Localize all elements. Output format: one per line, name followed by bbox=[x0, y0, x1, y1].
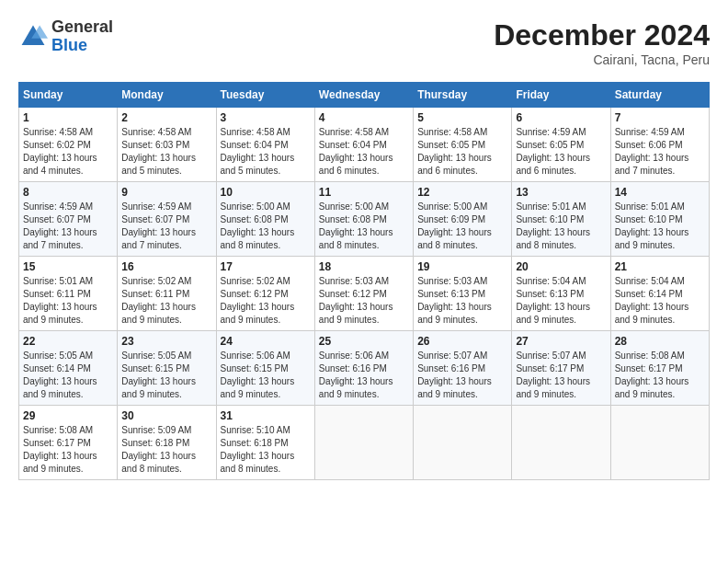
table-row: 15 Sunrise: 5:01 AMSunset: 6:11 PMDaylig… bbox=[19, 257, 118, 331]
logo: General Blue bbox=[18, 18, 113, 55]
table-row: 6 Sunrise: 4:59 AMSunset: 6:05 PMDayligh… bbox=[512, 108, 610, 182]
table-row: 3 Sunrise: 4:58 AMSunset: 6:04 PMDayligh… bbox=[216, 108, 314, 182]
week-row: 8 Sunrise: 4:59 AMSunset: 6:07 PMDayligh… bbox=[19, 182, 710, 257]
title-block: December 2024 Cairani, Tacna, Peru bbox=[494, 18, 710, 67]
table-row: 28 Sunrise: 5:08 AMSunset: 6:17 PMDaylig… bbox=[610, 331, 709, 406]
table-row: 23 Sunrise: 5:05 AMSunset: 6:15 PMDaylig… bbox=[118, 331, 216, 406]
table-row: 17 Sunrise: 5:02 AMSunset: 6:12 PMDaylig… bbox=[216, 257, 314, 331]
table-row: 9 Sunrise: 4:59 AMSunset: 6:07 PMDayligh… bbox=[118, 182, 216, 257]
table-row: 1 Sunrise: 4:58 AMSunset: 6:02 PMDayligh… bbox=[19, 108, 118, 182]
table-row: 13 Sunrise: 5:01 AMSunset: 6:10 PMDaylig… bbox=[512, 182, 610, 257]
table-row: 10 Sunrise: 5:00 AMSunset: 6:08 PMDaylig… bbox=[216, 182, 314, 257]
col-wednesday: Wednesday bbox=[314, 83, 413, 108]
table-row: 20 Sunrise: 5:04 AMSunset: 6:13 PMDaylig… bbox=[512, 257, 610, 331]
table-row: 19 Sunrise: 5:03 AMSunset: 6:13 PMDaylig… bbox=[414, 257, 512, 331]
page-header: General Blue December 2024 Cairani, Tacn… bbox=[18, 18, 710, 67]
table-row: 14 Sunrise: 5:01 AMSunset: 6:10 PMDaylig… bbox=[610, 182, 709, 257]
table-row bbox=[414, 406, 512, 480]
table-row: 26 Sunrise: 5:07 AMSunset: 6:16 PMDaylig… bbox=[414, 331, 512, 406]
col-tuesday: Tuesday bbox=[216, 83, 314, 108]
logo-icon bbox=[18, 22, 48, 52]
col-saturday: Saturday bbox=[610, 83, 709, 108]
table-row: 29 Sunrise: 5:08 AMSunset: 6:17 PMDaylig… bbox=[19, 406, 118, 480]
table-row: 21 Sunrise: 5:04 AMSunset: 6:14 PMDaylig… bbox=[610, 257, 709, 331]
col-thursday: Thursday bbox=[414, 83, 512, 108]
logo-general-text: General bbox=[51, 17, 113, 36]
table-row: 18 Sunrise: 5:03 AMSunset: 6:12 PMDaylig… bbox=[314, 257, 413, 331]
table-row bbox=[512, 406, 610, 480]
col-sunday: Sunday bbox=[19, 83, 118, 108]
col-monday: Monday bbox=[118, 83, 216, 108]
calendar-header-row: Sunday Monday Tuesday Wednesday Thursday… bbox=[19, 83, 710, 108]
table-row: 12 Sunrise: 5:00 AMSunset: 6:09 PMDaylig… bbox=[414, 182, 512, 257]
week-row: 22 Sunrise: 5:05 AMSunset: 6:14 PMDaylig… bbox=[19, 331, 710, 406]
location: Cairani, Tacna, Peru bbox=[494, 52, 710, 67]
table-row: 22 Sunrise: 5:05 AMSunset: 6:14 PMDaylig… bbox=[19, 331, 118, 406]
table-row: 4 Sunrise: 4:58 AMSunset: 6:04 PMDayligh… bbox=[314, 108, 413, 182]
calendar-table: Sunday Monday Tuesday Wednesday Thursday… bbox=[18, 82, 710, 480]
table-row: 27 Sunrise: 5:07 AMSunset: 6:17 PMDaylig… bbox=[512, 331, 610, 406]
table-row: 25 Sunrise: 5:06 AMSunset: 6:16 PMDaylig… bbox=[314, 331, 413, 406]
table-row: 5 Sunrise: 4:58 AMSunset: 6:05 PMDayligh… bbox=[414, 108, 512, 182]
table-row: 31 Sunrise: 5:10 AMSunset: 6:18 PMDaylig… bbox=[216, 406, 314, 480]
week-row: 29 Sunrise: 5:08 AMSunset: 6:17 PMDaylig… bbox=[19, 406, 710, 480]
table-row bbox=[314, 406, 413, 480]
table-row: 24 Sunrise: 5:06 AMSunset: 6:15 PMDaylig… bbox=[216, 331, 314, 406]
table-row: 16 Sunrise: 5:02 AMSunset: 6:11 PMDaylig… bbox=[118, 257, 216, 331]
week-row: 15 Sunrise: 5:01 AMSunset: 6:11 PMDaylig… bbox=[19, 257, 710, 331]
calendar-body: 1 Sunrise: 4:58 AMSunset: 6:02 PMDayligh… bbox=[19, 108, 710, 480]
table-row: 8 Sunrise: 4:59 AMSunset: 6:07 PMDayligh… bbox=[19, 182, 118, 257]
table-row: 11 Sunrise: 5:00 AMSunset: 6:08 PMDaylig… bbox=[314, 182, 413, 257]
month-title: December 2024 bbox=[494, 18, 710, 52]
table-row: 7 Sunrise: 4:59 AMSunset: 6:06 PMDayligh… bbox=[610, 108, 709, 182]
table-row: 2 Sunrise: 4:58 AMSunset: 6:03 PMDayligh… bbox=[118, 108, 216, 182]
logo-blue-text: Blue bbox=[51, 36, 87, 54]
col-friday: Friday bbox=[512, 83, 610, 108]
table-row: 30 Sunrise: 5:09 AMSunset: 6:18 PMDaylig… bbox=[118, 406, 216, 480]
week-row: 1 Sunrise: 4:58 AMSunset: 6:02 PMDayligh… bbox=[19, 108, 710, 182]
table-row bbox=[610, 406, 709, 480]
